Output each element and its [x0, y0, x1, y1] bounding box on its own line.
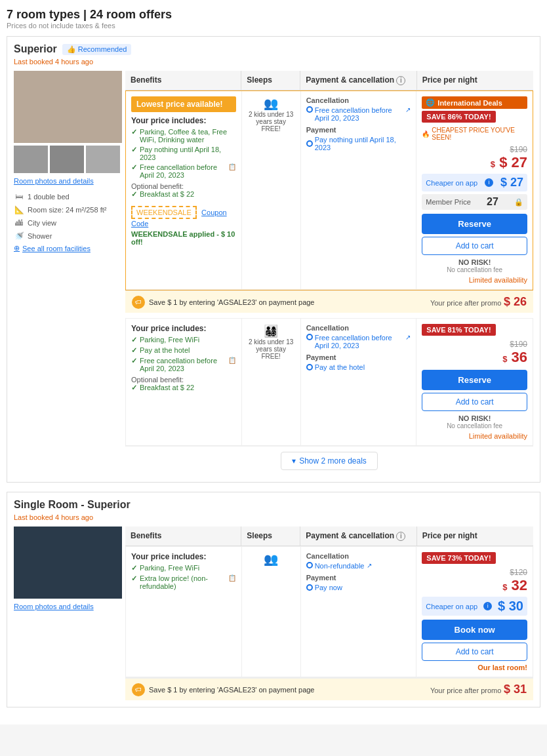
room-photos-link[interactable]: Room photos and details [14, 177, 125, 185]
single-offer1-sleeps: 👥 [242, 547, 301, 677]
single-bullet-pay [306, 584, 313, 591]
single-offers-area: Benefits Sleeps Payment & cancellation i… [125, 527, 533, 700]
offer2-include-3: ✓ Free cancellation before April 20, 202… [131, 357, 236, 372]
page-subtitle: Prices do not include taxes & fees [7, 22, 540, 30]
single-promo-row: 🏷 Save $ 1 by entering 'AGSALE23' on pay… [125, 678, 533, 700]
bullet-cancel-2 [306, 334, 313, 340]
save-81-badge: SAVE 81% TODAY! [422, 324, 495, 336]
offer1-includes-title: Your price includes: [131, 116, 236, 125]
room-title-row: Superior 👍 Recommended [14, 43, 533, 55]
page-header: 7 room types | 24 room offers Prices do … [7, 8, 540, 30]
single-header-benefits: Benefits [125, 527, 241, 546]
single-app-info-icon[interactable]: i [483, 602, 492, 610]
sleeps-icon-2: 👨‍👩‍👧‍👦 [247, 324, 295, 338]
single-include-1: ✓ Parking, Free WiFi [131, 564, 236, 572]
reserve-button-1[interactable]: Reserve [422, 214, 527, 234]
offer2-benefits: Your price includes: ✓ Parking, Free WiF… [126, 319, 242, 446]
single-non-refundable: Non-refundable ↗ [306, 562, 411, 570]
lowest-price-banner: Lowest price available! [131, 96, 236, 112]
superior-room-body: Room photos and details 🛏 1 double bed 📐… [14, 71, 533, 475]
thumbnail-row [14, 146, 125, 173]
last-booked-superior: Last booked 4 hours ago [14, 58, 533, 66]
payment-info-icon[interactable]: i [396, 76, 405, 85]
promo-after-1: Your price after promo $ 26 [430, 295, 527, 309]
book-now-button[interactable]: Book now [422, 620, 527, 640]
single-payment-label: Payment [306, 574, 411, 582]
offer2-optional: ✓ Breakfast at $ 22 [131, 384, 236, 392]
offer1-original-price: $190 [422, 145, 527, 154]
our-last-room-text: Our last room! [422, 664, 527, 671]
header-sleeps: Sleeps [241, 71, 300, 90]
cancellation-label-1: Cancellation [306, 96, 411, 104]
single-promo-after: Your price after promo $ 31 [430, 683, 527, 696]
member-price-value: 27 [487, 196, 498, 208]
offer2-current-price: $ 36 [422, 349, 527, 366]
single-add-to-cart-button[interactable]: Add to cart [422, 643, 527, 661]
no-cancel-fee-1: No cancellation fee [422, 266, 527, 273]
intl-deals-badge: 🌐 International Deals [422, 96, 527, 109]
bed-icon: 🛏 [14, 191, 24, 202]
app-info-icon[interactable]: i [485, 178, 493, 187]
globe-icon: 🌐 [426, 98, 435, 107]
single-room-title-row: Single Room - Superior [14, 499, 533, 511]
check-icon-opt: ✓ [131, 190, 137, 199]
single-current-price: $ 32 [422, 577, 527, 594]
offer1-price-col: 🌐 International Deals SAVE 86% TODAY! 🔥 … [416, 91, 533, 290]
coupon-code-box[interactable]: WEEKENDSALE [131, 206, 197, 219]
single-superior-section: Single Room - Superior Last booked 4 hou… [7, 492, 540, 707]
header-price: Price per night [417, 71, 533, 90]
free-cancel-2: Free cancellation before April 20, 2023 … [306, 334, 411, 349]
single-offer-1-row: Your price includes: ✓ Parking, Free WiF… [125, 546, 533, 678]
single-promo-price: $ 31 [504, 683, 527, 696]
single-header-payment: Payment & cancellation i [300, 527, 416, 546]
single-header-sleeps: Sleeps [241, 527, 300, 546]
thumb-1 [14, 146, 48, 173]
single-offer1-price-col: SAVE 73% TODAY! $120 $ 32 Cheaper on app… [416, 547, 533, 677]
superior-room-title: Superior [14, 43, 57, 55]
offer1-current-price: $ $ 27 [422, 154, 527, 171]
main-room-image [14, 71, 122, 143]
promo-left-1: 🏷 Save $ 1 by entering 'AGSALE23' on pay… [132, 296, 314, 309]
promo-icon-1: 🏷 [132, 296, 145, 309]
page-container: 7 room types | 24 room offers Prices do … [0, 0, 547, 725]
single-room-photos-link[interactable]: Room photos and details [14, 603, 125, 610]
single-main-image [14, 527, 122, 599]
show-more-row: ▾ Show 2 more deals [125, 447, 533, 475]
thumb-2 [50, 146, 84, 173]
add-to-cart-button-2[interactable]: Add to cart [422, 393, 527, 411]
coupon-applied-text: WEEKENDSALE applied - $ 10 off! [131, 230, 236, 246]
single-sleeps-icon: 👥 [247, 552, 295, 567]
cancel-info-icon[interactable]: 📋 [228, 163, 236, 170]
single-cheaper-on-app: Cheaper on app i $ 30 [422, 597, 527, 616]
last-booked-single: Last booked 4 hours ago [14, 513, 533, 521]
limited-availability-2: Limited availability [422, 432, 527, 440]
single-promo-left: 🏷 Save $ 1 by entering 'AGSALE23' on pay… [132, 683, 314, 696]
check-icon-1: ✓ [131, 128, 137, 136]
view-icon: 🏙 [14, 218, 24, 228]
show-more-button[interactable]: ▾ Show 2 more deals [281, 452, 378, 470]
see-all-facilities-link[interactable]: ⊕ See all room facilities [14, 244, 125, 252]
single-payment-info-icon[interactable]: i [396, 532, 405, 541]
no-risk-2: NO RISK! [422, 414, 527, 422]
offer1-include-1: ✓ Parking, Coffee & tea, Free WiFi, Drin… [131, 128, 236, 144]
free-cancel-1: Free cancellation before April 20, 2023 … [306, 106, 411, 122]
cancellation-label-2: Cancellation [306, 324, 411, 332]
extra-low-icon: 📋 [228, 574, 236, 582]
single-room-body: Room photos and details Benefits Sleeps … [14, 527, 533, 700]
offer2-payment: Cancellation Free cancellation before Ap… [301, 319, 417, 446]
bullet-cancel-1 [306, 106, 313, 113]
single-header-price: Price per night [417, 527, 533, 546]
single-original-price: $120 [422, 568, 527, 577]
offer1-sleeps: 👥 2 kids under 13 years stay FREE! [242, 91, 301, 290]
thumbs-up-icon: 👍 [67, 45, 76, 54]
reserve-button-2[interactable]: Reserve [422, 370, 527, 390]
chevron-down-icon: ▾ [292, 456, 296, 466]
single-cancellation-label: Cancellation [306, 552, 411, 560]
cheaper-on-app-1: Cheaper on app i $ 27 [422, 174, 527, 191]
check-icon-3: ✓ [131, 163, 137, 172]
header-benefits: Benefits [125, 71, 241, 90]
save-73-badge: SAVE 73% TODAY! [422, 552, 495, 564]
add-to-cart-button-1[interactable]: Add to cart [422, 237, 527, 255]
promo-price-1: $ 26 [504, 295, 527, 308]
external-link-icon-1: ↗ [405, 106, 411, 113]
